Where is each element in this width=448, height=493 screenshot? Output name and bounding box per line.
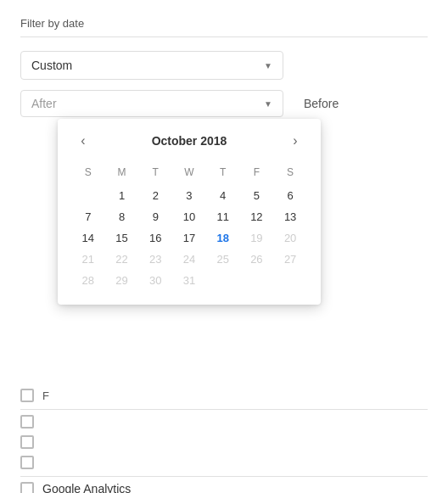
calendar-day[interactable]: 4 [206,185,240,206]
custom-dropdown-arrow: ▼ [264,61,272,70]
weekday-sun: S [71,163,105,185]
before-label: Before [304,97,339,110]
weekday-thu: T [206,163,240,185]
calendar-weekday-row: S M T W T F S [71,163,307,185]
filter-item-google-analytics: Google Analytics [20,482,428,493]
calendar-day[interactable]: 17 [172,227,206,249]
calendar-day[interactable]: 28 [71,270,105,291]
calendar-grid: S M T W T F S 12345678910111213141516171… [71,163,307,291]
calendar-week-row: 78910111213 [71,206,307,227]
filter-item-4 [20,456,428,469]
calendar-next-button[interactable]: › [283,129,307,153]
calendar-day[interactable]: 3 [172,185,206,206]
calendar-day [240,270,274,291]
calendar-day[interactable]: 8 [105,206,139,227]
filter-item-3 [20,435,428,449]
filter-item-f: F [20,389,428,402]
calendar-day[interactable]: 30 [138,270,172,291]
calendar-day [71,185,105,206]
weekday-fri: F [240,163,274,185]
after-dropdown-arrow: ▼ [264,99,272,109]
filter-item-2 [20,415,428,429]
weekday-mon: M [105,163,139,185]
calendar-day[interactable]: 24 [172,249,206,270]
calendar-day[interactable]: 23 [138,249,172,270]
calendar-day[interactable]: 14 [71,227,105,249]
calendar-header: ‹ October 2018 › [71,129,307,153]
calendar-day[interactable]: 27 [273,249,307,270]
divider-1 [20,409,428,410]
filter-by-date-label: Filter by date [20,17,428,37]
calendar-day[interactable]: 2 [138,185,172,206]
calendar-day[interactable]: 9 [138,206,172,227]
calendar-day[interactable]: 20 [273,227,307,249]
calendar-day[interactable]: 6 [273,185,307,206]
calendar-day[interactable]: 31 [172,270,206,291]
filter-items-section: F Google Analytics [20,389,428,493]
calendar-day[interactable]: 12 [240,206,274,227]
after-placeholder: After [31,97,264,110]
weekday-sat: S [273,163,307,185]
calendar-day[interactable]: 29 [105,270,139,291]
calendar-week-row: 14151617181920 [71,227,307,249]
calendar-day[interactable]: 13 [273,206,307,227]
after-dropdown[interactable]: After ▼ [20,90,283,117]
calendar-day[interactable]: 18 [206,227,240,249]
google-analytics-label: Google Analytics [42,482,131,493]
calendar-day [206,270,240,291]
checkbox-f[interactable] [20,389,34,402]
calendar-week-row: 21222324252627 [71,249,307,270]
checkbox-google-analytics[interactable] [20,482,34,493]
calendar-day[interactable]: 19 [240,227,274,249]
calendar-day[interactable]: 26 [240,249,274,270]
custom-dropdown-row: Custom ▼ [20,51,428,80]
weekday-tue: T [138,163,172,185]
calendar-day[interactable]: 21 [71,249,105,270]
custom-dropdown-label: Custom [31,59,264,72]
calendar-day[interactable]: 1 [105,185,139,206]
calendar-week-row: 123456 [71,185,307,206]
checkbox-3[interactable] [20,435,34,449]
calendar-month-year: October 2018 [152,134,227,148]
checkbox-4[interactable] [20,456,34,469]
after-before-row: After ▼ Before [20,90,428,117]
calendar-day[interactable]: 15 [105,227,139,249]
checkbox-2[interactable] [20,415,34,429]
page-container: Filter by date Custom ▼ After ▼ Before ‹… [0,0,448,493]
calendar-day[interactable]: 11 [206,206,240,227]
divider-2 [20,476,428,477]
calendar-day[interactable]: 22 [105,249,139,270]
calendar-prev-button[interactable]: ‹ [71,129,95,153]
calendar-day[interactable]: 16 [138,227,172,249]
calendar-week-row: 28293031 [71,270,307,291]
calendar-day[interactable]: 7 [71,206,105,227]
custom-dropdown[interactable]: Custom ▼ [20,51,283,80]
calendar-popup: ‹ October 2018 › S M T W T F S 123456789… [58,119,321,305]
calendar-day[interactable]: 5 [240,185,274,206]
filter-letter-f: F [42,389,49,402]
calendar-day[interactable]: 25 [206,249,240,270]
weekday-wed: W [172,163,206,185]
calendar-day[interactable]: 10 [172,206,206,227]
calendar-day [273,270,307,291]
